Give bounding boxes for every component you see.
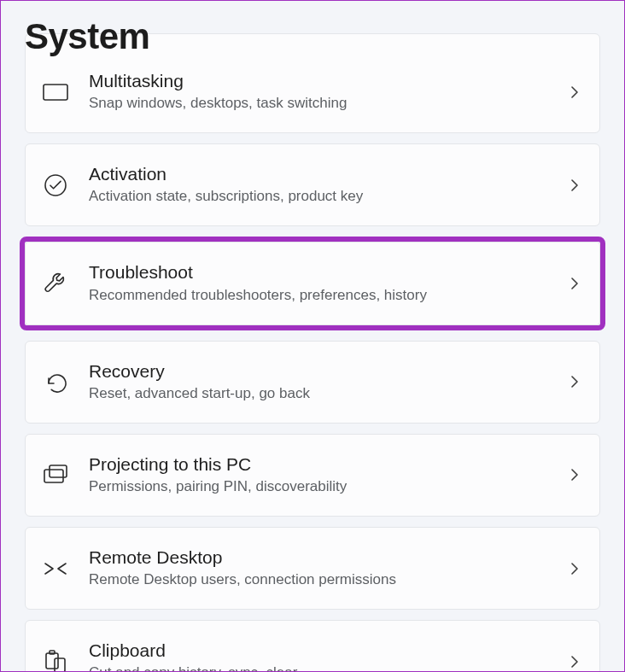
svg-rect-2 (44, 470, 63, 482)
settings-item-subtitle: Reset, advanced start-up, go back (89, 384, 560, 404)
checkmark-circle-icon (41, 171, 70, 200)
settings-item-subtitle: Cut and copy history, sync, clear (89, 663, 560, 672)
svg-rect-5 (50, 651, 55, 654)
chevron-right-icon (560, 656, 581, 668)
settings-item-title: Projecting to this PC (89, 453, 560, 476)
projecting-icon (41, 460, 70, 489)
svg-rect-6 (55, 658, 65, 672)
settings-item-subtitle: Activation state, subscriptions, product… (89, 187, 560, 207)
settings-item-title: Multitasking (89, 70, 560, 92)
settings-item-remote-desktop[interactable]: Remote Desktop Remote Desktop users, con… (25, 527, 600, 610)
settings-item-title: Troubleshoot (89, 261, 560, 283)
settings-item-troubleshoot[interactable]: Troubleshoot Recommended troubleshooters… (25, 242, 600, 324)
settings-item-title: Clipboard (89, 640, 560, 662)
settings-item-body: Activation Activation state, subscriptio… (70, 163, 560, 207)
settings-item-title: Remote Desktop (89, 546, 560, 569)
settings-item-body: Remote Desktop Remote Desktop users, con… (70, 546, 560, 590)
settings-item-subtitle: Permissions, pairing PIN, discoverabilit… (89, 477, 560, 497)
svg-rect-0 (44, 85, 67, 100)
wrench-icon (41, 269, 70, 298)
recovery-icon (41, 367, 70, 396)
settings-item-title: Activation (89, 163, 560, 185)
settings-item-projecting[interactable]: Projecting to this PC Permissions, pairi… (25, 434, 600, 517)
settings-item-title: Recovery (89, 360, 560, 383)
settings-list: Multitasking Snap windows, desktops, tas… (1, 33, 624, 672)
settings-item-clipboard[interactable]: Clipboard Cut and copy history, sync, cl… (25, 620, 600, 672)
settings-item-recovery[interactable]: Recovery Reset, advanced start-up, go ba… (25, 341, 600, 424)
chevron-right-icon (560, 469, 581, 481)
svg-rect-3 (50, 465, 67, 477)
settings-item-subtitle: Recommended troubleshooters, preferences… (89, 286, 560, 306)
highlight-frame: Troubleshoot Recommended troubleshooters… (20, 237, 605, 330)
chevron-right-icon (560, 86, 581, 98)
clipboard-icon (41, 647, 70, 672)
settings-item-body: Troubleshoot Recommended troubleshooters… (70, 261, 560, 305)
settings-item-body: Projecting to this PC Permissions, pairi… (70, 453, 560, 497)
remote-desktop-icon (41, 554, 70, 583)
multitasking-icon (41, 78, 70, 107)
settings-item-body: Clipboard Cut and copy history, sync, cl… (70, 640, 560, 672)
settings-item-activation[interactable]: Activation Activation state, subscriptio… (25, 143, 600, 226)
svg-rect-4 (46, 653, 58, 669)
settings-item-body: Multitasking Snap windows, desktops, tas… (70, 70, 560, 114)
settings-item-body: Recovery Reset, advanced start-up, go ba… (70, 360, 560, 404)
svg-point-1 (45, 175, 66, 196)
chevron-right-icon (560, 278, 581, 289)
settings-item-subtitle: Remote Desktop users, connection permiss… (89, 570, 560, 590)
chevron-right-icon (560, 179, 581, 191)
chevron-right-icon (560, 376, 581, 388)
settings-item-subtitle: Snap windows, desktops, task switching (89, 94, 560, 114)
chevron-right-icon (560, 563, 581, 575)
